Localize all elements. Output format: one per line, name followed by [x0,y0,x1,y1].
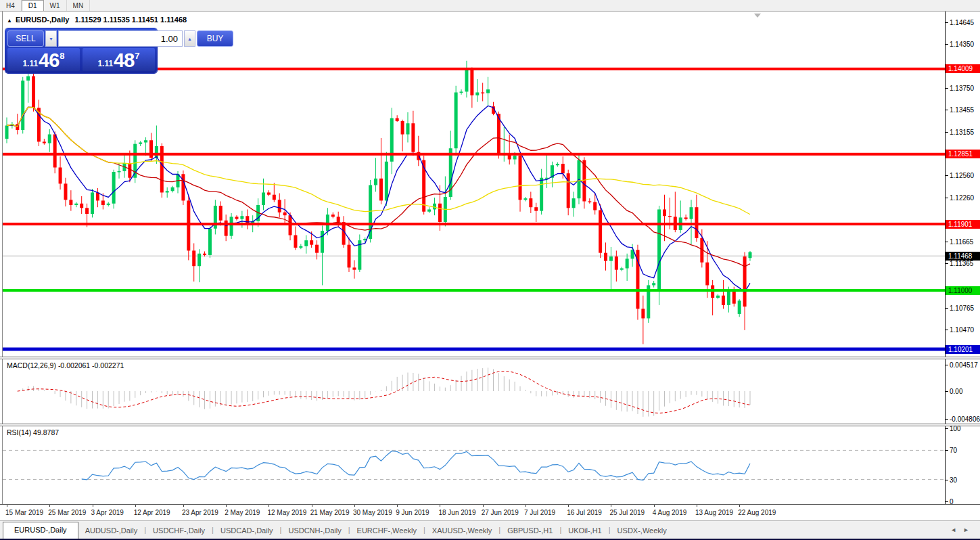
level-price-badge: 1.14009 [946,64,980,73]
macd-axis-label: 0.00 [950,388,962,395]
tab-gbpusd-h1[interactable]: GBPUSD-,H1 [500,524,559,539]
bid-price-prefix: 1.11 [22,59,38,68]
price-axis-label: 1.12560 [950,172,974,179]
macd-indicator-label: MACD(12,26,9) -0.002061 -0.002271 [7,361,124,369]
timeframe-button-w1[interactable]: W1 [44,0,67,11]
time-axis-label: 13 Aug 2019 [695,509,733,516]
price-axis-label: 1.13455 [950,106,974,114]
time-axis-tick [654,505,655,507]
time-axis-tick [135,505,136,507]
time-axis-label: 2 May 2019 [225,509,260,516]
time-axis-label: 16 Jul 2019 [567,509,602,516]
rsi-axis-label: 0 [950,498,954,505]
level-price-badge: 1.10201 [946,345,980,354]
volume-input[interactable] [58,30,183,47]
rsi-axis-label: 30 [950,476,957,483]
ask-price-display[interactable]: 1.11 48 7 [83,48,155,71]
mt4-chart-window: H4D1W1MN ▲EURUSD-,Daily1.11529 1.11535 1… [0,0,980,540]
price-axis-tick [946,480,948,480]
time-axis-label: 18 Jun 2019 [438,509,475,516]
chart-tab-bar: EURUSD-,DailyAUDUSD-,Daily|USDCHF-,Daily… [0,520,980,539]
price-axis-tick [946,450,948,451]
price-axis-tick [946,501,948,502]
price-axis-label: 1.12260 [950,194,974,202]
chart-frame: ▲EURUSD-,Daily1.11529 1.11535 1.11451 1.… [0,12,980,540]
time-axis-tick [397,505,398,507]
time-axis-tick [440,505,440,507]
time-axis-label: 25 Jul 2019 [609,509,645,516]
bid-price-display[interactable]: 1.11 46 8 [7,48,80,71]
tab-usdchf-daily[interactable]: USDCHF-,Daily [146,524,212,539]
time-axis-tick [526,505,526,507]
tab-scroll-left-icon[interactable]: ◄ [950,526,963,533]
rsi-axis-label: 70 [950,447,957,454]
one-click-trading-panel: SELL ▼ ▲ BUY 1.11 46 8 1.11 48 7 [5,28,157,73]
time-axis-tick [93,505,93,507]
timeframe-button-h4[interactable]: H4 [0,0,22,11]
time-axis-tick [483,505,484,507]
chart-symbol-label: EURUSD-,Daily [16,16,69,24]
price-axis-label: 1.14350 [950,40,974,47]
timeframe-button-mn[interactable]: MN [67,0,91,11]
time-axis-label: 22 Aug 2019 [738,509,776,516]
price-axis-tick [946,132,948,133]
pane-divider-rsi[interactable] [0,424,980,426]
tab-xauusd-weekly[interactable]: XAUUSD-,Weekly [425,524,498,539]
pane-divider-macd[interactable] [0,357,980,359]
tab-ukoil-h1[interactable]: UKOil-,H1 [561,524,609,539]
time-axis[interactable]: 15 Mar 201925 Mar 20193 Apr 201912 Apr 2… [0,505,980,520]
price-axis-label: 1.11365 [950,260,973,267]
time-axis-tick [269,505,269,507]
tab-usdcnh-daily[interactable]: USDCNH-,Daily [281,524,348,539]
volume-increase-button[interactable]: ▲ [184,30,195,47]
time-axis-label: 3 Apr 2019 [91,509,124,516]
time-axis-tick [49,505,50,507]
ask-price-prefix: 1.11 [97,59,113,68]
volume-decrease-button[interactable]: ▼ [45,30,57,47]
price-axis-tick [946,391,948,392]
ask-price-main: 48 [114,50,134,70]
time-axis-label: 9 Jun 2019 [396,509,429,516]
time-axis-label: 4 Aug 2019 [653,509,687,516]
buy-button[interactable]: BUY [197,30,233,47]
tab-usdx-weekly[interactable]: USDX-,Weekly [611,524,674,539]
price-axis-tick [946,44,948,45]
time-axis-label: 23 Apr 2019 [182,509,218,516]
time-axis-tick [739,505,740,507]
price-axis-tick [946,175,948,176]
rsi-axis-label: 100 [950,425,961,432]
price-axis-label: 1.10470 [950,325,974,333]
tab-scroll-right-icon[interactable]: ► [963,526,976,533]
bid-price-pip: 8 [60,51,64,61]
time-axis-tick [7,505,7,507]
macd-axis-label: -0.004806 [950,415,980,423]
tab-audusd-daily[interactable]: AUDUSD-,Daily [78,524,145,539]
time-axis-label: 7 Jul 2019 [524,509,555,516]
tab-eurusd-daily[interactable]: EURUSD-,Daily [3,522,78,539]
tab-usdcad-daily[interactable]: USDCAD-,Daily [214,524,280,539]
price-axis-tick [946,365,948,365]
price-axis-label: 1.13750 [950,85,974,92]
macd-pane[interactable] [3,359,945,424]
sell-button[interactable]: SELL [7,30,44,47]
time-axis-tick [183,505,184,507]
time-axis-tick [312,505,312,507]
rsi-pane[interactable] [3,426,945,504]
price-axis-label: 1.11665 [950,238,973,245]
collapse-one-click-icon[interactable]: ▲ [7,18,12,24]
price-axis-tick [946,22,948,23]
chart-shift-marker-icon[interactable] [754,14,761,18]
time-axis-tick [697,505,697,507]
time-axis-tick [568,505,569,507]
time-axis-tick [611,505,611,507]
time-axis-label: 21 May 2019 [310,509,350,516]
price-axis-tick [946,308,948,309]
time-axis-label: 27 Jun 2019 [482,509,519,516]
price-axis-tick [946,428,948,429]
time-axis-label: 25 Mar 2019 [48,509,86,516]
timeframe-button-d1[interactable]: D1 [22,0,44,11]
time-axis-label: 12 Apr 2019 [134,509,170,516]
tab-eurchf-weekly[interactable]: EURCHF-,Weekly [350,524,423,539]
chart-title: ▲EURUSD-,Daily1.11529 1.11535 1.11451 1.… [7,16,187,24]
time-axis-tick [226,505,227,507]
